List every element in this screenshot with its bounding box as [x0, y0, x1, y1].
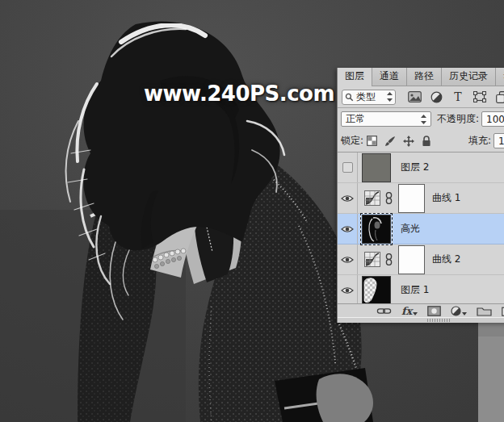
tab-layers[interactable]: 图层: [338, 68, 372, 86]
panel-footer: fx: [338, 303, 504, 317]
eye-icon: [341, 286, 354, 295]
pixel-layer-filter-icon[interactable]: [407, 90, 422, 104]
tab-actions[interactable]: 动作: [496, 68, 504, 86]
fill-value: 100%: [498, 136, 504, 147]
opacity-value: 100%: [486, 114, 504, 125]
smart-object-filter-icon[interactable]: [494, 90, 504, 104]
svg-text:T: T: [454, 91, 462, 102]
lock-all-icon[interactable]: [422, 136, 431, 147]
layer-row-layer2[interactable]: 图层 2: [338, 153, 504, 183]
visibility-toggle[interactable]: [338, 183, 358, 213]
layer-name[interactable]: 图层 2: [401, 161, 429, 174]
fill-label: 填充:: [468, 134, 491, 148]
lock-buttons: [367, 136, 431, 147]
layer-mask-thumbnail[interactable]: [398, 184, 425, 213]
layer-name[interactable]: 高光: [401, 222, 420, 236]
layer-thumbnail[interactable]: [362, 153, 391, 182]
lock-row: 锁定: 填充:: [338, 130, 504, 153]
watermark-text: www.240PS.com: [144, 81, 334, 106]
type-layer-filter-icon[interactable]: T: [451, 90, 465, 104]
visibility-toggle[interactable]: [338, 214, 358, 244]
layer-filter-row: 类型 T: [338, 86, 504, 108]
eye-icon: [341, 256, 354, 264]
caret-down-icon: [413, 312, 418, 315]
lock-move-icon[interactable]: [403, 136, 414, 147]
curves-adjustment-icon[interactable]: [364, 252, 380, 267]
panel-resize-strip[interactable]: [338, 317, 504, 323]
updown-arrows-icon: [421, 115, 426, 124]
lock-paint-icon[interactable]: [384, 136, 396, 147]
blend-mode-value: 正常: [346, 112, 421, 126]
search-icon: [345, 93, 354, 102]
photoshop-screenshot: www.240PS.com 图层 通道 路径 历史记录 动作 类型: [0, 0, 504, 422]
shape-layer-filter-icon[interactable]: [472, 90, 487, 104]
filter-type-buttons: T: [407, 90, 504, 104]
layer-thumbnail-selected[interactable]: [362, 215, 391, 244]
filter-kind-select[interactable]: 类型: [342, 90, 396, 105]
blend-mode-select[interactable]: 正常: [341, 111, 431, 127]
eye-icon: [341, 225, 354, 233]
layer-style-icon[interactable]: fx: [401, 306, 418, 316]
link-layers-icon[interactable]: [376, 307, 392, 315]
updown-arrows-icon: [387, 92, 393, 102]
visibility-toggle[interactable]: [338, 275, 358, 303]
layer-name[interactable]: 曲线 1: [432, 191, 460, 205]
blend-mode-row: 正常 不透明度: 100%: [338, 108, 504, 130]
layer-row-highlight[interactable]: 高光: [338, 214, 504, 244]
layer-name[interactable]: 图层 1: [401, 283, 429, 297]
layer-name[interactable]: 曲线 2: [432, 253, 460, 266]
layers-panel: 图层 通道 路径 历史记录 动作 类型: [337, 68, 504, 323]
tab-channels[interactable]: 通道: [372, 68, 407, 86]
layer-row-curves1[interactable]: 曲线 1: [338, 183, 504, 214]
hidden-eye-well: [342, 162, 353, 173]
adjustment-layer-filter-icon[interactable]: [429, 90, 443, 104]
new-group-icon[interactable]: [477, 306, 492, 316]
lock-transparency-icon[interactable]: [367, 136, 377, 146]
fx-label: fx: [401, 306, 412, 316]
caret-down-icon: [462, 312, 467, 315]
panel-resize-grip[interactable]: [427, 319, 450, 322]
visibility-toggle[interactable]: [338, 153, 358, 182]
mask-link-icon[interactable]: [385, 192, 393, 204]
lock-label: 锁定:: [341, 134, 363, 148]
mask-link-icon[interactable]: [385, 253, 393, 265]
visibility-toggle[interactable]: [338, 244, 358, 274]
layer-row-curves2[interactable]: 曲线 2: [338, 244, 504, 275]
new-adjustment-layer-icon[interactable]: [451, 306, 467, 316]
layer-thumbnail[interactable]: [362, 276, 391, 304]
add-layer-mask-icon[interactable]: [427, 306, 441, 316]
tab-history[interactable]: 历史记录: [442, 68, 496, 86]
opacity-input[interactable]: 100%: [481, 111, 504, 127]
layer-row-layer1[interactable]: 图层 1: [338, 275, 504, 303]
curves-adjustment-icon[interactable]: [364, 190, 380, 206]
filter-kind-label: 类型: [356, 90, 384, 104]
layer-list: 图层 2: [338, 153, 504, 303]
layer-mask-thumbnail[interactable]: [398, 245, 425, 274]
opacity-label: 不透明度:: [437, 112, 479, 126]
panel-tab-bar: 图层 通道 路径 历史记录 动作: [338, 68, 504, 86]
tab-paths[interactable]: 路径: [407, 68, 442, 86]
eye-icon: [341, 194, 354, 203]
fill-input[interactable]: 100%: [494, 133, 504, 148]
